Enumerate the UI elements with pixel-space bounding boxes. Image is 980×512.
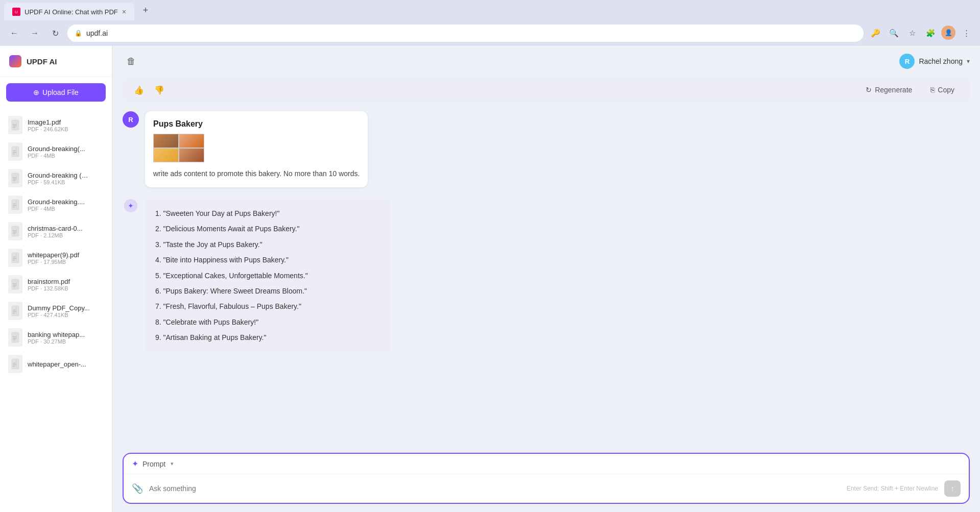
svg-rect-34 — [13, 338, 17, 338]
bakery-img-3 — [153, 148, 179, 162]
bakery-img-2 — [179, 134, 204, 148]
ai-list-item: 6. "Pups Bakery: Where Sweet Dreams Bloo… — [155, 283, 380, 299]
user-info[interactable]: R Rachel zhong ▾ — [899, 54, 970, 69]
user-message-avatar: R — [123, 111, 139, 128]
file-item[interactable]: whitepaper(9).pdf PDF · 17.95MB — [0, 245, 112, 271]
svg-rect-2 — [13, 126, 17, 126]
file-meta: PDF · 59.41KB — [28, 179, 104, 185]
new-tab-button[interactable]: + — [138, 3, 153, 17]
svg-rect-3 — [13, 127, 15, 128]
input-toolbar: ✦ Prompt ▾ — [124, 454, 969, 474]
forward-button[interactable]: → — [27, 25, 43, 41]
action-buttons: ↻ Regenerate ⎘ Copy — [858, 83, 962, 97]
svg-rect-23 — [13, 260, 15, 260]
file-name: whitepaper(9).pdf — [28, 251, 104, 259]
copy-button[interactable]: ⎘ Copy — [923, 83, 962, 97]
ai-list-item: 7. "Fresh, Flavorful, Fabulous – Pups Ba… — [155, 299, 380, 314]
file-info: Image1.pdf PDF · 246.62KB — [28, 118, 104, 132]
extensions-icon[interactable]: 🧩 — [923, 26, 938, 41]
app-title: UPDF AI — [27, 57, 57, 66]
thumbs-down-button[interactable]: 👎 — [151, 82, 168, 98]
refresh-button[interactable]: ↻ — [47, 25, 63, 41]
regenerate-icon: ↻ — [866, 86, 872, 94]
svg-rect-26 — [13, 285, 17, 285]
ai-message: ✦ 1. "Sweeten Your Day at Pups Bakery!"2… — [123, 198, 970, 354]
file-info: brainstorm.pdf PDF · 132.58KB — [28, 278, 104, 291]
browser-tabs: U UPDF AI Online: Chat with PDF × + — [0, 0, 980, 20]
file-item[interactable]: banking whitepap... PDF · 30.27MB — [0, 324, 112, 351]
browser-menu-icon[interactable]: ⋮ — [959, 26, 974, 41]
app-logo — [8, 54, 22, 68]
file-item[interactable]: Ground-breaking(... PDF · 4MB — [0, 138, 112, 165]
file-info: Ground-breaking (… PDF · 59.41KB — [28, 172, 104, 185]
user-avatar: R — [899, 54, 915, 69]
ai-response-list: 1. "Sweeten Your Day at Pups Bakery!"2. … — [155, 206, 380, 346]
file-name: Ground-breaking.... — [28, 198, 104, 206]
chat-area[interactable]: 👍 👎 ↻ Regenerate ⎘ Copy R — [112, 77, 980, 445]
input-area: ✦ Prompt ▾ 📎 Enter Send; Shift + Enter N… — [112, 445, 980, 512]
file-icon — [8, 355, 22, 373]
file-icon — [8, 222, 22, 240]
file-item[interactable]: Ground-breaking.... PDF · 4MB — [0, 191, 112, 218]
toolbar-left: 🗑 — [123, 53, 140, 70]
file-meta: PDF · 4MB — [28, 153, 104, 159]
file-item[interactable]: Dummy PDF_Copy... PDF · 427.41KB — [0, 298, 112, 324]
file-meta: PDF · 2.12MB — [28, 232, 104, 238]
send-icon: ↑ — [951, 484, 954, 493]
tab-close-button[interactable]: × — [122, 8, 126, 16]
file-item[interactable]: Ground-breaking (… PDF · 59.41KB — [0, 165, 112, 191]
file-meta: PDF · 30.27MB — [28, 338, 104, 345]
svg-rect-32 — [12, 332, 19, 343]
bakery-title: Pups Bakery — [153, 119, 360, 129]
user-chevron-icon: ▾ — [967, 58, 970, 65]
trash-button[interactable]: 🗑 — [123, 53, 140, 70]
svg-rect-11 — [13, 180, 15, 181]
regenerate-button[interactable]: ↻ Regenerate — [858, 83, 919, 97]
active-tab[interactable]: U UPDF AI Online: Chat with PDF × — [4, 3, 134, 20]
ask-input[interactable] — [149, 484, 841, 493]
thumbs-up-button[interactable]: 👍 — [131, 82, 147, 98]
browser-chrome: U UPDF AI Online: Chat with PDF × + ← → … — [0, 0, 980, 46]
file-icon — [8, 116, 22, 134]
app-logo-image — [9, 55, 21, 67]
file-info: whitepaper(9).pdf PDF · 17.95MB — [28, 251, 104, 265]
file-item[interactable]: christmas-card-0... PDF · 2.12MB — [0, 218, 112, 245]
message-actions-bar: 👍 👎 ↻ Regenerate ⎘ Copy — [123, 77, 970, 103]
main-content: 🗑 R Rachel zhong ▾ 👍 👎 ↻ — [112, 46, 980, 512]
reaction-buttons: 👍 👎 — [131, 82, 168, 98]
file-item[interactable]: Image1.pdf PDF · 246.62KB — [0, 112, 112, 138]
file-item[interactable]: brainstorm.pdf PDF · 132.58KB — [0, 271, 112, 298]
regenerate-label: Regenerate — [875, 86, 912, 94]
main-toolbar: 🗑 R Rachel zhong ▾ — [112, 46, 980, 77]
svg-rect-1 — [13, 124, 17, 125]
svg-rect-14 — [13, 205, 17, 206]
file-icon — [8, 249, 22, 267]
file-meta: PDF · 17.95MB — [28, 259, 104, 265]
upload-file-button[interactable]: ⊕ Upload File — [6, 83, 106, 102]
file-icon — [8, 302, 22, 320]
svg-rect-15 — [13, 207, 15, 207]
file-icon — [8, 328, 22, 347]
input-hint: Enter Send; Shift + Enter Newline — [847, 485, 938, 492]
back-button[interactable]: ← — [6, 25, 22, 41]
svg-rect-9 — [13, 177, 17, 178]
address-bar[interactable]: 🔒 updf.ai — [67, 25, 864, 42]
svg-rect-19 — [13, 233, 15, 234]
svg-rect-25 — [13, 283, 17, 284]
zoom-icon[interactable]: 🔍 — [886, 26, 901, 41]
file-meta: PDF · 132.58KB — [28, 285, 104, 291]
ai-list-item: 3. "Taste the Joy at Pups Bakery." — [155, 237, 380, 252]
send-button[interactable]: ↑ — [944, 480, 961, 497]
prompt-label: Prompt — [142, 460, 165, 468]
attach-button[interactable]: 📎 — [132, 483, 143, 494]
bookmark-icon[interactable]: ☆ — [904, 26, 920, 41]
file-name: brainstorm.pdf — [28, 278, 104, 285]
file-icon — [8, 275, 22, 294]
ai-list-item: 1. "Sweeten Your Day at Pups Bakery!" — [155, 206, 380, 221]
browser-profile-icon[interactable]: 👤 — [941, 26, 955, 40]
file-name: Ground-breaking (… — [28, 172, 104, 179]
file-item[interactable]: whitepaper_open-... — [0, 351, 112, 377]
passwords-icon[interactable]: 🔑 — [868, 26, 883, 41]
toolbar-right: R Rachel zhong ▾ — [899, 54, 970, 69]
user-message: R Pups Bakery write ads content to promo… — [123, 111, 970, 187]
